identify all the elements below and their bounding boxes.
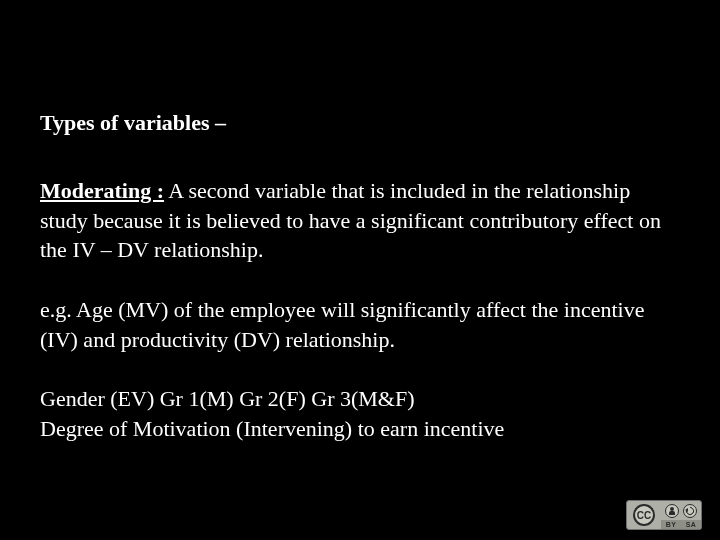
slide: Types of variables – Moderating : A seco… bbox=[0, 0, 720, 540]
slide-heading: Types of variables – bbox=[40, 110, 680, 136]
extra-paragraph: Gender (EV) Gr 1(M) Gr 2(F) Gr 3(M&F) De… bbox=[40, 384, 680, 443]
sa-icon bbox=[683, 504, 697, 518]
by-icon bbox=[665, 504, 679, 518]
cc-right-panel: BY SA bbox=[661, 501, 701, 529]
example-paragraph: e.g. Age (MV) of the employee will signi… bbox=[40, 295, 680, 354]
sa-label: SA bbox=[686, 521, 697, 528]
cc-logo-icon: CC bbox=[633, 504, 655, 526]
extra-line-motivation: Degree of Motivation (Intervening) to ea… bbox=[40, 414, 680, 444]
cc-icons-row bbox=[661, 501, 701, 520]
cc-logo-wrap: CC bbox=[627, 501, 661, 529]
moderating-label: Moderating : bbox=[40, 178, 164, 203]
cc-license-badge: CC BY SA bbox=[626, 500, 702, 530]
extra-line-gender: Gender (EV) Gr 1(M) Gr 2(F) Gr 3(M&F) bbox=[40, 384, 680, 414]
moderating-paragraph: Moderating : A second variable that is i… bbox=[40, 176, 680, 265]
by-label: BY bbox=[666, 521, 677, 528]
cc-labels-row: BY SA bbox=[661, 520, 701, 529]
